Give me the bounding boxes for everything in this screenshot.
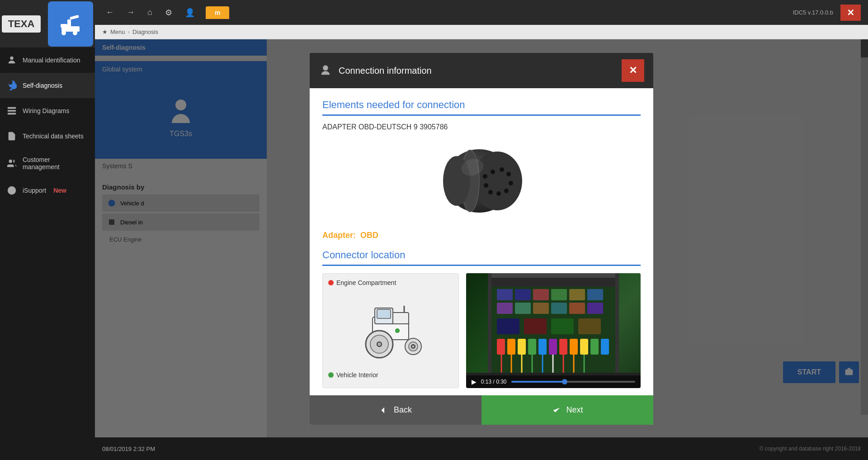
- svg-point-23: [509, 181, 513, 185]
- svg-rect-47: [515, 289, 531, 300]
- texa-logo: TEXA: [2, 15, 41, 33]
- svg-rect-51: [587, 289, 603, 300]
- svg-point-5: [73, 31, 77, 35]
- sidebar-label-wiring: Wiring Diagrams: [23, 107, 69, 114]
- svg-rect-48: [533, 289, 549, 300]
- video-time: 0:13 / 0:30: [481, 379, 507, 385]
- svg-rect-50: [569, 289, 585, 300]
- breadcrumb-menu[interactable]: Menu: [110, 28, 125, 35]
- sidebar-label-manual: Manual identification: [23, 57, 80, 64]
- play-button[interactable]: ▶: [472, 378, 476, 385]
- data-icon: [6, 131, 17, 142]
- modal-overlay: Connection information ✕ Elements needed…: [95, 39, 868, 437]
- sidebar-label-isupport: iSupport: [23, 187, 46, 194]
- svg-rect-61: [578, 318, 601, 334]
- svg-point-24: [504, 189, 509, 193]
- topbar-close-button[interactable]: ✕: [840, 5, 861, 21]
- progress-bar[interactable]: [511, 381, 635, 383]
- adapter-image-container: [322, 140, 641, 222]
- content-area: Self-diagnosis Global system TGS3s: [95, 39, 868, 437]
- breadcrumb-star-icon: ★: [102, 28, 108, 35]
- svg-rect-68: [559, 339, 567, 355]
- next-button[interactable]: Next: [481, 395, 653, 425]
- sidebar-logo-area: TEXA: [0, 0, 95, 47]
- topbar-active-tab[interactable]: m: [206, 6, 229, 19]
- topbar-nav: ← → ⌂ ⚙ 👤: [102, 6, 198, 19]
- svg-point-25: [496, 191, 501, 196]
- home-button[interactable]: ⌂: [144, 6, 156, 19]
- svg-rect-1: [61, 24, 67, 28]
- svg-rect-8: [8, 110, 16, 112]
- green-dot: [328, 372, 334, 378]
- adapter-type: OBD: [360, 231, 378, 240]
- svg-rect-64: [518, 339, 526, 355]
- sidebar-item-wiring[interactable]: Wiring Diagrams: [0, 98, 95, 123]
- svg-rect-46: [497, 289, 513, 300]
- sidebar: TEXA Manual identification: [0, 0, 95, 460]
- support-icon: [6, 185, 17, 196]
- back-button[interactable]: Back: [310, 395, 481, 425]
- sidebar-item-self-diagnosis[interactable]: Self-diagnosis: [0, 73, 95, 98]
- breadcrumb-diagnosis[interactable]: Diagnosis: [132, 28, 158, 35]
- customer-icon: [6, 158, 17, 169]
- checkmark-icon: [552, 405, 561, 415]
- new-badge: New: [53, 187, 66, 194]
- svg-rect-82: [488, 273, 619, 278]
- modal-body: Elements needed for connection ADAPTER O…: [310, 88, 653, 395]
- svg-rect-53: [515, 303, 531, 314]
- svg-rect-56: [569, 303, 585, 314]
- topbar: ← → ⌂ ⚙ 👤 m IDC5 v.17.0.0.b ✕: [95, 0, 868, 25]
- vehicle-interior-label: Vehicle Interior: [328, 371, 453, 379]
- forward-nav-button[interactable]: →: [123, 6, 138, 19]
- diagram-icon: [6, 105, 17, 116]
- adapter-image: [432, 140, 531, 222]
- settings-button[interactable]: ⚙: [161, 6, 176, 19]
- svg-rect-7: [8, 107, 16, 109]
- main-content: ← → ⌂ ⚙ 👤 m IDC5 v.17.0.0.b ✕ ★ Menu › D…: [95, 0, 868, 460]
- svg-rect-59: [524, 318, 547, 334]
- sidebar-item-customer[interactable]: Customer management: [0, 149, 95, 178]
- svg-rect-70: [580, 339, 588, 355]
- svg-rect-67: [549, 339, 557, 355]
- svg-rect-84: [615, 273, 619, 373]
- svg-point-10: [9, 160, 12, 163]
- progress-fill: [511, 381, 565, 383]
- sidebar-item-isupport[interactable]: iSupport New: [0, 178, 95, 203]
- elements-section-title: Elements needed for connection: [322, 99, 641, 116]
- sidebar-item-manual-identification[interactable]: Manual identification: [0, 47, 95, 73]
- next-label: Next: [566, 405, 583, 415]
- back-arrow-icon: [379, 405, 389, 415]
- sidebar-label-tech: Technical data sheets: [23, 133, 84, 140]
- adapter-code: ADAPTER OBD-DEUTSCH 9 3905786: [322, 123, 641, 131]
- datetime: 08/01/2019 2:32 PM: [102, 446, 155, 452]
- modal-close-button[interactable]: ✕: [622, 59, 644, 82]
- svg-point-43: [395, 328, 400, 333]
- svg-point-28: [483, 174, 487, 179]
- sidebar-main-icon: [48, 1, 93, 47]
- bottom-bar: 08/01/2019 2:32 PM © copyright and datab…: [95, 437, 868, 460]
- progress-thumb[interactable]: [562, 379, 567, 384]
- svg-rect-57: [587, 303, 603, 314]
- svg-point-6: [10, 57, 13, 60]
- modal-footer: Back Next: [310, 395, 653, 425]
- svg-point-42: [411, 345, 415, 348]
- svg-point-39: [377, 342, 382, 346]
- svg-rect-71: [590, 339, 599, 355]
- modal-title: Connection information: [339, 66, 615, 76]
- breadcrumb: ★ Menu › Diagnosis: [95, 25, 868, 39]
- svg-rect-55: [551, 303, 567, 314]
- tractor-svg: [345, 294, 436, 367]
- sidebar-label-customer: Customer management: [23, 156, 89, 171]
- connector-photo[interactable]: ▶ 0:13 / 0:30: [466, 273, 641, 388]
- modal-user-icon: [319, 64, 332, 77]
- back-nav-button[interactable]: ←: [102, 6, 118, 19]
- svg-rect-35: [377, 309, 391, 318]
- svg-rect-2: [67, 19, 71, 28]
- svg-rect-62: [497, 339, 505, 355]
- video-controls[interactable]: ▶ 0:13 / 0:30: [466, 375, 641, 388]
- sidebar-item-tech-data[interactable]: Technical data sheets: [0, 123, 95, 149]
- fuse-box-svg: [466, 273, 641, 373]
- connection-modal: Connection information ✕ Elements needed…: [310, 53, 653, 425]
- person-button[interactable]: 👤: [181, 6, 198, 19]
- adapter-label: Adapter: OBD: [322, 231, 641, 240]
